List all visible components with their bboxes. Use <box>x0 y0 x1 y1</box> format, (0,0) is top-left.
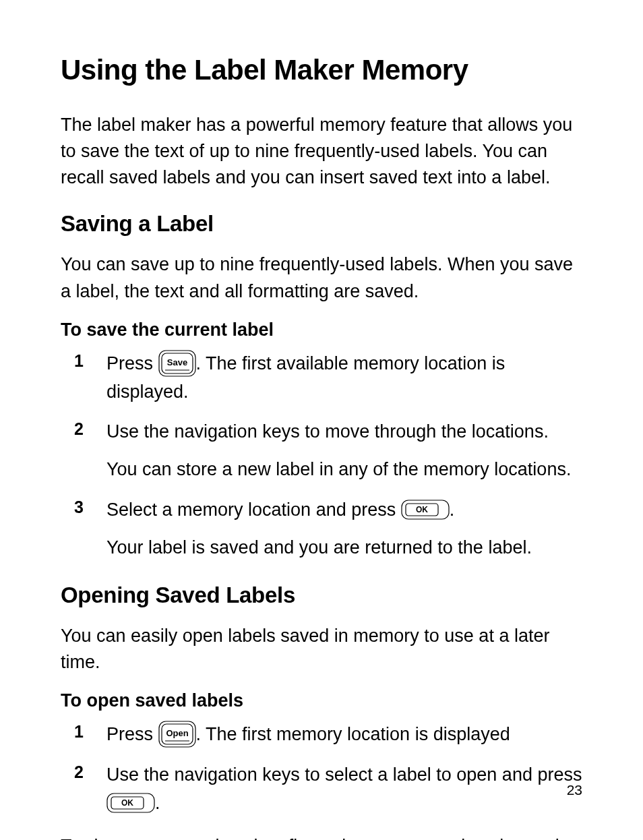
step-number: 2 <box>74 761 106 782</box>
step-text: . <box>450 500 455 520</box>
step-text: Press <box>106 353 158 373</box>
list-item: 2 Use the navigation keys to select a la… <box>74 761 582 818</box>
step-number: 3 <box>74 496 106 517</box>
step-text: Your label is saved and you are returned… <box>106 534 532 562</box>
svg-text:OK: OK <box>416 505 428 514</box>
section-saving-title: Saving a Label <box>61 211 582 237</box>
step-text: . The first memory location is displayed <box>196 724 510 744</box>
clear-paragraph: To clear a memory location, first select… <box>61 830 582 840</box>
step-number: 1 <box>74 721 106 742</box>
open-key-icon: Open <box>158 721 196 748</box>
list-item: 1 Press Open. The first memory location … <box>74 721 582 749</box>
step-number: 2 <box>74 418 106 439</box>
ok-key-icon: OK <box>401 500 450 520</box>
list-item: 3 Select a memory location and press OK.… <box>74 496 582 562</box>
section-opening-title: Opening Saved Labels <box>61 582 582 608</box>
step-text: Use the navigation keys to select a labe… <box>106 764 582 785</box>
section-opening-intro: You can easily open labels saved in memo… <box>61 623 582 676</box>
steps-open: 1 Press Open. The first memory location … <box>74 721 582 818</box>
list-item: 1 Press Save. The first available memory… <box>74 350 582 407</box>
task-open-title: To open saved labels <box>61 690 582 711</box>
step-text: Select a memory location and press <box>106 500 401 520</box>
step-text: You can store a new label in any of the … <box>106 456 571 484</box>
steps-save: 1 Press Save. The first available memory… <box>74 350 582 562</box>
svg-text:OK: OK <box>121 798 133 808</box>
ok-key-icon: OK <box>106 793 155 813</box>
save-key-icon: Save <box>158 350 196 377</box>
section-saving-intro: You can save up to nine frequently-used … <box>61 251 582 304</box>
page-number: 23 <box>567 782 582 798</box>
step-text: . <box>155 793 160 813</box>
step-text: Press <box>106 724 158 744</box>
clear-text: To clear a memory location, first select… <box>61 836 559 840</box>
intro-paragraph: The label maker has a powerful memory fe… <box>61 112 582 191</box>
page-title: Using the Label Maker Memory <box>61 54 582 86</box>
step-text: Use the navigation keys to move through … <box>106 418 571 446</box>
svg-text:Open: Open <box>166 728 188 738</box>
svg-text:Save: Save <box>166 357 187 367</box>
step-number: 1 <box>74 350 106 371</box>
task-save-title: To save the current label <box>61 320 582 340</box>
list-item: 2 Use the navigation keys to move throug… <box>74 418 582 484</box>
